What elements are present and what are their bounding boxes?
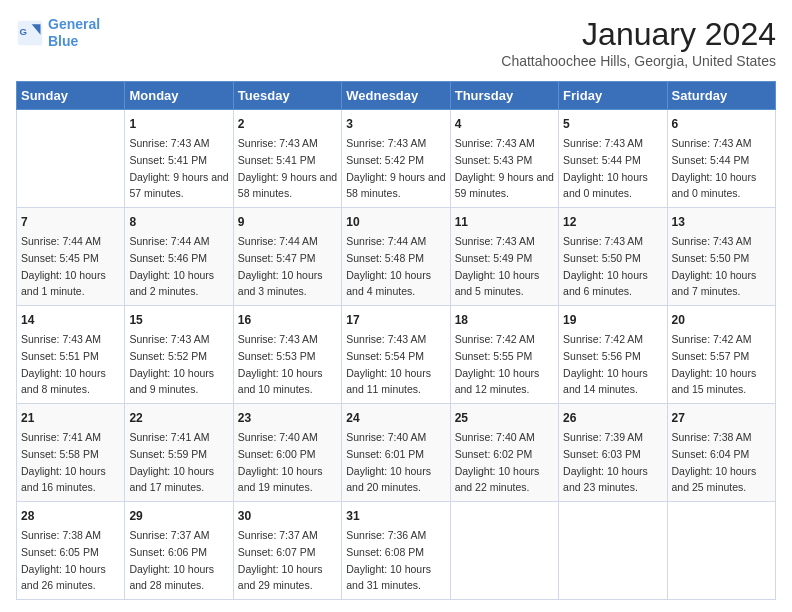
- calendar-header-row: SundayMondayTuesdayWednesdayThursdayFrid…: [17, 82, 776, 110]
- day-info: Sunrise: 7:38 AMSunset: 6:05 PMDaylight:…: [21, 529, 106, 591]
- day-number: 21: [21, 409, 120, 427]
- calendar-cell: 18Sunrise: 7:42 AMSunset: 5:55 PMDayligh…: [450, 306, 558, 404]
- day-info: Sunrise: 7:44 AMSunset: 5:45 PMDaylight:…: [21, 235, 106, 297]
- day-number: 13: [672, 213, 771, 231]
- day-info: Sunrise: 7:44 AMSunset: 5:48 PMDaylight:…: [346, 235, 431, 297]
- calendar-cell: 30Sunrise: 7:37 AMSunset: 6:07 PMDayligh…: [233, 502, 341, 600]
- day-header-friday: Friday: [559, 82, 667, 110]
- calendar-cell: 8Sunrise: 7:44 AMSunset: 5:46 PMDaylight…: [125, 208, 233, 306]
- day-info: Sunrise: 7:43 AMSunset: 5:50 PMDaylight:…: [672, 235, 757, 297]
- day-number: 27: [672, 409, 771, 427]
- day-info: Sunrise: 7:38 AMSunset: 6:04 PMDaylight:…: [672, 431, 757, 493]
- svg-text:G: G: [20, 26, 27, 37]
- logo-line2: Blue: [48, 33, 78, 49]
- day-number: 22: [129, 409, 228, 427]
- calendar-cell: 23Sunrise: 7:40 AMSunset: 6:00 PMDayligh…: [233, 404, 341, 502]
- day-number: 10: [346, 213, 445, 231]
- day-number: 26: [563, 409, 662, 427]
- day-info: Sunrise: 7:39 AMSunset: 6:03 PMDaylight:…: [563, 431, 648, 493]
- logo: G General Blue: [16, 16, 100, 50]
- day-info: Sunrise: 7:43 AMSunset: 5:53 PMDaylight:…: [238, 333, 323, 395]
- calendar-cell: 22Sunrise: 7:41 AMSunset: 5:59 PMDayligh…: [125, 404, 233, 502]
- calendar-cell: 29Sunrise: 7:37 AMSunset: 6:06 PMDayligh…: [125, 502, 233, 600]
- day-number: 1: [129, 115, 228, 133]
- day-number: 25: [455, 409, 554, 427]
- day-number: 4: [455, 115, 554, 133]
- calendar-cell: 16Sunrise: 7:43 AMSunset: 5:53 PMDayligh…: [233, 306, 341, 404]
- page-header: G General Blue January 2024 Chattahooche…: [16, 16, 776, 69]
- day-number: 6: [672, 115, 771, 133]
- day-header-sunday: Sunday: [17, 82, 125, 110]
- day-number: 17: [346, 311, 445, 329]
- day-number: 23: [238, 409, 337, 427]
- day-number: 2: [238, 115, 337, 133]
- calendar-cell: 1Sunrise: 7:43 AMSunset: 5:41 PMDaylight…: [125, 110, 233, 208]
- calendar-cell: 12Sunrise: 7:43 AMSunset: 5:50 PMDayligh…: [559, 208, 667, 306]
- calendar-cell: 6Sunrise: 7:43 AMSunset: 5:44 PMDaylight…: [667, 110, 775, 208]
- title-block: January 2024 Chattahoochee Hills, Georgi…: [501, 16, 776, 69]
- day-info: Sunrise: 7:37 AMSunset: 6:06 PMDaylight:…: [129, 529, 214, 591]
- day-info: Sunrise: 7:41 AMSunset: 5:59 PMDaylight:…: [129, 431, 214, 493]
- calendar-cell: 24Sunrise: 7:40 AMSunset: 6:01 PMDayligh…: [342, 404, 450, 502]
- day-header-saturday: Saturday: [667, 82, 775, 110]
- page-subtitle: Chattahoochee Hills, Georgia, United Sta…: [501, 53, 776, 69]
- day-header-monday: Monday: [125, 82, 233, 110]
- calendar-week-row: 21Sunrise: 7:41 AMSunset: 5:58 PMDayligh…: [17, 404, 776, 502]
- day-number: 24: [346, 409, 445, 427]
- calendar-cell: 26Sunrise: 7:39 AMSunset: 6:03 PMDayligh…: [559, 404, 667, 502]
- day-number: 7: [21, 213, 120, 231]
- day-info: Sunrise: 7:36 AMSunset: 6:08 PMDaylight:…: [346, 529, 431, 591]
- day-number: 30: [238, 507, 337, 525]
- day-header-wednesday: Wednesday: [342, 82, 450, 110]
- calendar-cell: 9Sunrise: 7:44 AMSunset: 5:47 PMDaylight…: [233, 208, 341, 306]
- day-header-thursday: Thursday: [450, 82, 558, 110]
- calendar-cell: 7Sunrise: 7:44 AMSunset: 5:45 PMDaylight…: [17, 208, 125, 306]
- day-info: Sunrise: 7:43 AMSunset: 5:49 PMDaylight:…: [455, 235, 540, 297]
- calendar-week-row: 14Sunrise: 7:43 AMSunset: 5:51 PMDayligh…: [17, 306, 776, 404]
- day-info: Sunrise: 7:42 AMSunset: 5:56 PMDaylight:…: [563, 333, 648, 395]
- day-info: Sunrise: 7:43 AMSunset: 5:52 PMDaylight:…: [129, 333, 214, 395]
- calendar-cell: 28Sunrise: 7:38 AMSunset: 6:05 PMDayligh…: [17, 502, 125, 600]
- calendar-cell: 11Sunrise: 7:43 AMSunset: 5:49 PMDayligh…: [450, 208, 558, 306]
- calendar-body: 1Sunrise: 7:43 AMSunset: 5:41 PMDaylight…: [17, 110, 776, 600]
- day-number: 9: [238, 213, 337, 231]
- calendar-cell: 17Sunrise: 7:43 AMSunset: 5:54 PMDayligh…: [342, 306, 450, 404]
- day-info: Sunrise: 7:44 AMSunset: 5:46 PMDaylight:…: [129, 235, 214, 297]
- calendar-cell: 19Sunrise: 7:42 AMSunset: 5:56 PMDayligh…: [559, 306, 667, 404]
- calendar-cell: 20Sunrise: 7:42 AMSunset: 5:57 PMDayligh…: [667, 306, 775, 404]
- day-number: 11: [455, 213, 554, 231]
- page-title: January 2024: [501, 16, 776, 53]
- calendar-table: SundayMondayTuesdayWednesdayThursdayFrid…: [16, 81, 776, 600]
- day-info: Sunrise: 7:43 AMSunset: 5:44 PMDaylight:…: [672, 137, 757, 199]
- calendar-cell: 5Sunrise: 7:43 AMSunset: 5:44 PMDaylight…: [559, 110, 667, 208]
- calendar-cell: 13Sunrise: 7:43 AMSunset: 5:50 PMDayligh…: [667, 208, 775, 306]
- day-number: 15: [129, 311, 228, 329]
- calendar-cell: [559, 502, 667, 600]
- day-number: 19: [563, 311, 662, 329]
- calendar-cell: 14Sunrise: 7:43 AMSunset: 5:51 PMDayligh…: [17, 306, 125, 404]
- day-info: Sunrise: 7:43 AMSunset: 5:41 PMDaylight:…: [129, 137, 228, 199]
- day-number: 12: [563, 213, 662, 231]
- day-number: 29: [129, 507, 228, 525]
- day-number: 3: [346, 115, 445, 133]
- calendar-cell: 21Sunrise: 7:41 AMSunset: 5:58 PMDayligh…: [17, 404, 125, 502]
- day-info: Sunrise: 7:43 AMSunset: 5:54 PMDaylight:…: [346, 333, 431, 395]
- day-number: 20: [672, 311, 771, 329]
- calendar-cell: 2Sunrise: 7:43 AMSunset: 5:41 PMDaylight…: [233, 110, 341, 208]
- calendar-cell: 10Sunrise: 7:44 AMSunset: 5:48 PMDayligh…: [342, 208, 450, 306]
- calendar-cell: [17, 110, 125, 208]
- logo-text: General Blue: [48, 16, 100, 50]
- day-info: Sunrise: 7:43 AMSunset: 5:51 PMDaylight:…: [21, 333, 106, 395]
- day-header-tuesday: Tuesday: [233, 82, 341, 110]
- day-number: 18: [455, 311, 554, 329]
- day-number: 16: [238, 311, 337, 329]
- calendar-cell: 3Sunrise: 7:43 AMSunset: 5:42 PMDaylight…: [342, 110, 450, 208]
- calendar-cell: 31Sunrise: 7:36 AMSunset: 6:08 PMDayligh…: [342, 502, 450, 600]
- day-info: Sunrise: 7:42 AMSunset: 5:57 PMDaylight:…: [672, 333, 757, 395]
- calendar-cell: 4Sunrise: 7:43 AMSunset: 5:43 PMDaylight…: [450, 110, 558, 208]
- day-number: 31: [346, 507, 445, 525]
- logo-icon: G: [16, 19, 44, 47]
- calendar-cell: 15Sunrise: 7:43 AMSunset: 5:52 PMDayligh…: [125, 306, 233, 404]
- calendar-cell: [667, 502, 775, 600]
- calendar-week-row: 28Sunrise: 7:38 AMSunset: 6:05 PMDayligh…: [17, 502, 776, 600]
